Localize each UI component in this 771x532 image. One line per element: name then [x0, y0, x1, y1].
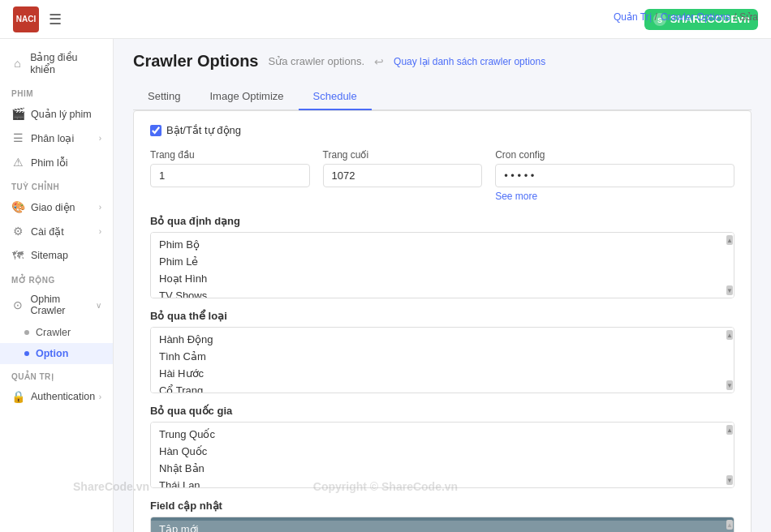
sidebar-label-ophim: Ophim Crawler — [30, 294, 96, 316]
trang-cuoi-input[interactable] — [323, 164, 483, 187]
sidebar-item-quanly[interactable]: 🎬 Quản lý phim — [0, 101, 113, 126]
breadcrumb-sep2: / — [734, 11, 736, 23]
film-icon: 🎬 — [11, 107, 24, 120]
sidebar-item-ophim[interactable]: ⊙ Ophim Crawler ∨ — [0, 288, 113, 322]
settings-icon: ⚙ — [11, 225, 24, 238]
sidebar-label-quanly: Quản lý phim — [31, 108, 92, 120]
list-icon: ☰ — [11, 131, 24, 144]
list-item[interactable]: Phim Lẻ — [151, 253, 734, 270]
auth-icon: 🔒 — [11, 390, 24, 403]
sidebar-item-option[interactable]: Option — [0, 343, 113, 364]
sidebar-item-sitemap[interactable]: 🗺 Sitemap — [0, 243, 113, 268]
trang-cuoi-group: Trang cuối — [323, 149, 483, 202]
the-loai-wrapper: Hành ĐộngTình CảmHài HướcCổ Trang ▲ ▼ — [150, 327, 734, 393]
logo: NACI — [13, 6, 39, 32]
sidebar-label-phimloi: Phim lỗi — [31, 157, 68, 169]
page-header: Crawler Options Sửa crawler options. ↩ Q… — [133, 52, 752, 71]
chevron-auth: › — [99, 393, 101, 401]
tabs: Setting Image Optimize Schedule — [133, 84, 752, 110]
trang-dau-group: Trang đầu — [150, 149, 310, 202]
cron-config-group: Cron config See more — [495, 149, 734, 202]
sidebar-item-caidat[interactable]: ⚙ Cài đặt › — [0, 219, 113, 243]
the-loai-title: Bỏ qua thể loại — [150, 310, 734, 322]
sidebar-item-phanloai[interactable]: ☰ Phân loại › — [0, 126, 113, 150]
arrow-icon: ↩ — [374, 55, 384, 68]
cron-config-input[interactable] — [495, 164, 734, 187]
form-card: Bật/Tắt tự động Trang đầu Trang cuối Cro… — [133, 110, 752, 532]
dinh-dang-listbox[interactable]: Phim BộPhim LẻHoạt HìnhTV Shows — [150, 232, 734, 298]
sidebar-label-caidat: Cài đặt — [31, 225, 64, 238]
sitemap-icon: 🗺 — [11, 249, 24, 262]
tab-setting[interactable]: Setting — [133, 84, 195, 110]
auto-toggle-checkbox[interactable] — [150, 125, 162, 136]
quoc-gia-title: Bỏ qua quốc gia — [150, 405, 734, 417]
list-item[interactable]: Hàn Quốc — [151, 443, 734, 460]
list-item[interactable]: Hài Hước — [151, 365, 734, 382]
tab-image-optimize[interactable]: Image Optimize — [195, 84, 298, 110]
chevron-giaodien: › — [99, 203, 101, 212]
hamburger-icon[interactable]: ☰ — [49, 11, 62, 28]
list-item[interactable]: Tập mới — [151, 521, 734, 532]
sidebar-section-tuychınh: TUỲ CHỈNH — [0, 174, 113, 195]
dot-option — [24, 351, 29, 356]
list-item[interactable]: Cổ Trang — [151, 382, 734, 393]
sidebar-item-dashboard[interactable]: ⌂ Bảng điều khiển — [0, 45, 113, 81]
list-item[interactable]: Trung Quốc — [151, 426, 734, 443]
auto-toggle-label: Bật/Tắt tự động — [166, 124, 241, 136]
sidebar-section-morong: MỞ RỘNG — [0, 268, 113, 288]
trang-cuoi-label: Trang cuối — [323, 149, 483, 161]
back-link[interactable]: Quay lại danh sách crawler options — [394, 56, 545, 67]
cron-config-label: Cron config — [495, 149, 734, 161]
breadcrumb-sep1: / — [655, 11, 657, 23]
list-item[interactable]: Tình Cảm — [151, 348, 734, 365]
sidebar-item-phimloi[interactable]: ⚠ Phim lỗi — [0, 150, 113, 174]
dinh-dang-wrapper: Phim BộPhim LẻHoạt HìnhTV Shows ▲ ▼ — [150, 232, 734, 298]
page-subtitle: Sửa crawler options. — [268, 55, 364, 67]
list-item[interactable]: Phim Bộ — [151, 236, 734, 253]
top-breadcrumb: Quản Trị / Crawler Options / Sửa — [614, 11, 758, 23]
auto-toggle-row: Bật/Tắt tự động — [150, 124, 734, 136]
list-item[interactable]: Hoạt Hình — [151, 270, 734, 287]
sidebar-section-phim: PHIM — [0, 81, 113, 101]
chevron-phanloai: › — [99, 134, 101, 143]
page-title: Crawler Options — [133, 52, 258, 71]
sidebar: ⌂ Bảng điều khiển PHIM 🎬 Quản lý phim ☰ … — [0, 39, 114, 532]
field-wrapper: Tập mớiTrạng thái phimThời lượng tập phi… — [150, 517, 734, 532]
field-listbox[interactable]: Tập mớiTrạng thái phimThời lượng tập phi… — [150, 517, 734, 532]
sidebar-label-sitemap: Sitemap — [31, 250, 68, 261]
the-loai-listbox[interactable]: Hành ĐộngTình CảmHài HướcCổ Trang — [150, 327, 734, 393]
chevron-caidat: › — [99, 227, 101, 236]
list-item[interactable]: Hành Động — [151, 331, 734, 348]
sidebar-label-option: Option — [36, 348, 68, 359]
dashboard-icon: ⌂ — [11, 57, 24, 70]
breadcrumb-sua: Sửa — [739, 11, 758, 23]
quoc-gia-wrapper: Trung QuốcHàn QuốcNhật BảnThái Lan ▲ ▼ — [150, 422, 734, 488]
list-item[interactable]: TV Shows — [151, 287, 734, 298]
sidebar-item-crawler[interactable]: Crawler — [0, 322, 113, 343]
sidebar-label-phanloai: Phân loại — [31, 132, 74, 144]
layout: ⌂ Bảng điều khiển PHIM 🎬 Quản lý phim ☰ … — [0, 39, 771, 532]
trang-dau-input[interactable] — [150, 164, 310, 187]
sidebar-item-authentication[interactable]: 🔒 Authentication › — [0, 384, 113, 409]
quoc-gia-listbox[interactable]: Trung QuốcHàn QuốcNhật BảnThái Lan — [150, 422, 734, 488]
trang-dau-label: Trang đầu — [150, 149, 310, 161]
palette-icon: 🎨 — [11, 200, 24, 213]
dot-crawler — [24, 330, 29, 335]
list-item[interactable]: Thái Lan — [151, 477, 734, 488]
sidebar-label-crawler: Crawler — [36, 327, 71, 338]
sidebar-label-auth: Authentication — [31, 391, 95, 402]
breadcrumb-quanly[interactable]: Quản Trị — [614, 11, 652, 23]
logo-text: NACI — [16, 15, 36, 24]
sidebar-label-dashboard: Bảng điều khiển — [30, 51, 101, 75]
breadcrumb-crawler-options[interactable]: Crawler Options — [661, 11, 730, 23]
main-content: Crawler Options Sửa crawler options. ↩ Q… — [114, 39, 771, 532]
ophim-icon: ⊙ — [11, 298, 24, 311]
dinh-dang-title: Bỏ qua định dạng — [150, 215, 734, 227]
warning-icon: ⚠ — [11, 156, 24, 169]
field-title: Field cập nhật — [150, 500, 734, 512]
list-item[interactable]: Nhật Bản — [151, 460, 734, 477]
sidebar-item-giaodien[interactable]: 🎨 Giao diện › — [0, 195, 113, 219]
navbar-left: NACI ☰ — [13, 6, 62, 32]
see-more-link[interactable]: See more — [495, 191, 734, 202]
tab-schedule[interactable]: Schedule — [299, 84, 372, 110]
